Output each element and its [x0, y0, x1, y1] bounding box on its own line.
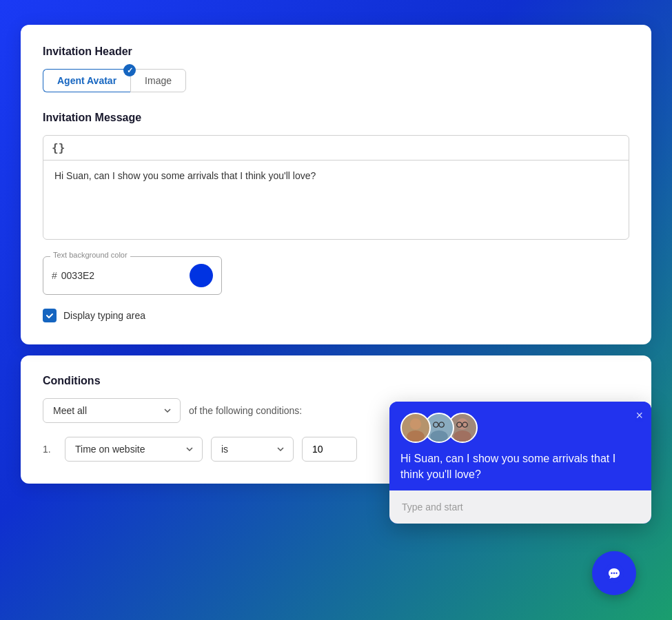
variable-icon[interactable]: {} — [52, 141, 65, 154]
color-field-wrap: Text background color # — [43, 256, 222, 295]
condition-operator-select[interactable]: is is not greater than less than — [211, 437, 294, 462]
main-card: Invitation Header Agent Avatar Image Inv… — [21, 25, 651, 344]
display-typing-row: Display typing area — [43, 309, 629, 322]
invitation-message-section: Invitation Message {} Hi Suan, can I sho… — [43, 112, 629, 240]
svg-point-13 — [611, 572, 612, 574]
svg-point-3 — [430, 431, 447, 443]
color-field-label: Text background color — [50, 251, 130, 259]
invitation-message-title: Invitation Message — [43, 112, 629, 124]
image-button[interactable]: Image — [130, 69, 186, 92]
chat-popup: × — [389, 402, 651, 524]
condition-value-input[interactable] — [302, 437, 357, 462]
agent-avatar-button[interactable]: Agent Avatar — [43, 69, 130, 92]
color-swatch[interactable] — [190, 264, 213, 287]
svg-point-0 — [410, 419, 421, 430]
condition-number: 1. — [43, 444, 57, 455]
chat-input-placeholder: Type and start — [402, 502, 463, 513]
chat-popup-header: × — [389, 402, 651, 490]
display-typing-checkbox[interactable] — [43, 309, 57, 322]
svg-point-8 — [454, 431, 471, 443]
chat-fab-button[interactable] — [592, 551, 636, 595]
svg-point-1 — [407, 431, 424, 443]
hash-symbol: # — [52, 270, 57, 281]
display-typing-label: Display typing area — [63, 310, 145, 321]
message-box: {} Hi Suan, can I show you some arrivals… — [43, 135, 629, 240]
condition-type-select[interactable]: Time on website Pages visited URL Countr… — [65, 437, 203, 462]
color-field-row: Text background color # — [43, 256, 629, 295]
chat-input-area[interactable]: Type and start — [389, 490, 651, 524]
color-value-input[interactable] — [61, 270, 184, 281]
message-textarea[interactable]: Hi Suan, can I show you some arrivals th… — [43, 161, 629, 236]
invitation-header-title: Invitation Header — [43, 45, 629, 58]
svg-point-15 — [615, 572, 617, 574]
conditions-title: Conditions — [43, 375, 629, 387]
of-following-label: of the following conditions: — [189, 405, 302, 416]
header-toggle-group: Agent Avatar Image — [43, 69, 629, 92]
chat-close-button[interactable]: × — [635, 409, 643, 423]
avatar-1 — [400, 413, 431, 443]
svg-point-14 — [613, 572, 615, 574]
meet-all-select[interactable]: Meet all Meet any — [43, 398, 181, 423]
chat-message-text: Hi Suan, can I show you some arrivals th… — [400, 451, 640, 482]
avatars-row — [400, 413, 640, 443]
message-toolbar: {} — [43, 136, 629, 161]
